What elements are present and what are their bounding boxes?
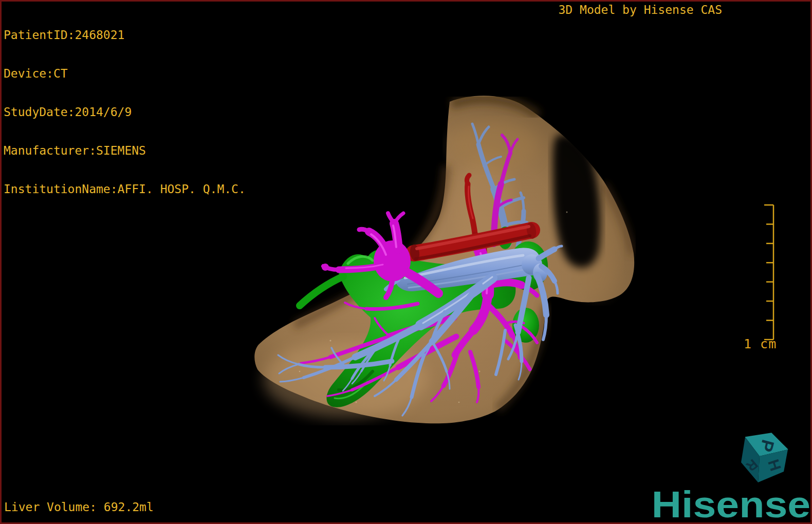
orientation-cube[interactable]: P H R xyxy=(730,428,795,490)
patient-info-line: Manufacturer:SIEMENS xyxy=(4,144,246,157)
scale-bar xyxy=(755,201,786,355)
scale-bar-label: 1 cm xyxy=(744,338,777,350)
watermark-text: 3D Model by Hisense CAS xyxy=(559,4,723,16)
cas-3d-viewer-window: PatientID:2468021 Device:CT StudyDate:20… xyxy=(0,0,812,524)
liver-volume-readout: Liver Volume: 692.2ml xyxy=(4,501,154,514)
patient-info-line: PatientID:2468021 xyxy=(4,29,246,42)
patient-info-line: Device:CT xyxy=(4,67,246,80)
hisense-logo: Hisense xyxy=(652,483,810,524)
patient-info-line: StudyDate:2014/6/9 xyxy=(4,106,246,119)
patient-info-line: InstitutionName:AFFI. HOSP. Q.M.C. xyxy=(4,183,246,196)
patient-info-block: PatientID:2468021 Device:CT StudyDate:20… xyxy=(4,3,246,221)
cube-faces: P H R xyxy=(741,433,788,482)
